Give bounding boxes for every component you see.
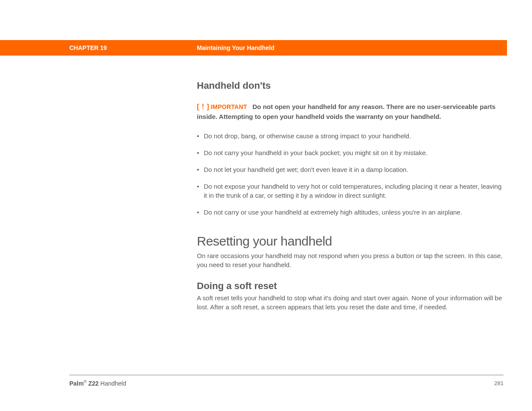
resetting-intro-text: On rare occasions your handheld may not …	[197, 251, 504, 269]
list-item: Do not carry your handheld in your back …	[197, 148, 504, 157]
chapter-number-label: CHAPTER 19	[69, 44, 107, 51]
section-heading-donts: Handheld don'ts	[197, 80, 504, 91]
soft-reset-body-text: A soft reset tells your handheld to stop…	[197, 293, 504, 311]
list-item: Do not let your handheld get wet; don't …	[197, 165, 504, 174]
important-label: IMPORTANT	[211, 103, 247, 110]
list-item: Do not expose your handheld to very hot …	[197, 182, 504, 200]
page-number: 281	[494, 380, 504, 386]
chapter-header-bar: CHAPTER 19 Maintaining Your Handheld	[0, 40, 507, 56]
donts-list: Do not drop, bang, or otherwise cause a …	[197, 131, 504, 217]
product-suffix: Handheld	[99, 380, 126, 387]
chapter-title: Maintaining Your Handheld	[197, 44, 274, 51]
important-callout: [ ! ] IMPORTANT Do not open your handhel…	[197, 102, 504, 122]
section-heading-resetting: Resetting your handheld	[197, 234, 504, 249]
section-heading-soft-reset: Doing a soft reset	[197, 280, 504, 292]
bracket-open: [	[197, 103, 199, 110]
exclamation-icon: !	[201, 103, 205, 110]
page-content: Handheld don'ts [ ! ] IMPORTANT Do not o…	[197, 80, 504, 311]
brand-name: Palm	[69, 380, 84, 387]
model-name: Z22	[87, 380, 99, 387]
page-footer: Palm® Z22 Handheld 281	[69, 375, 504, 387]
list-item: Do not drop, bang, or otherwise cause a …	[197, 131, 504, 140]
product-name: Palm® Z22 Handheld	[69, 380, 126, 387]
bracket-close: ]	[207, 103, 209, 110]
list-item: Do not carry or use your handheld at ext…	[197, 208, 504, 217]
